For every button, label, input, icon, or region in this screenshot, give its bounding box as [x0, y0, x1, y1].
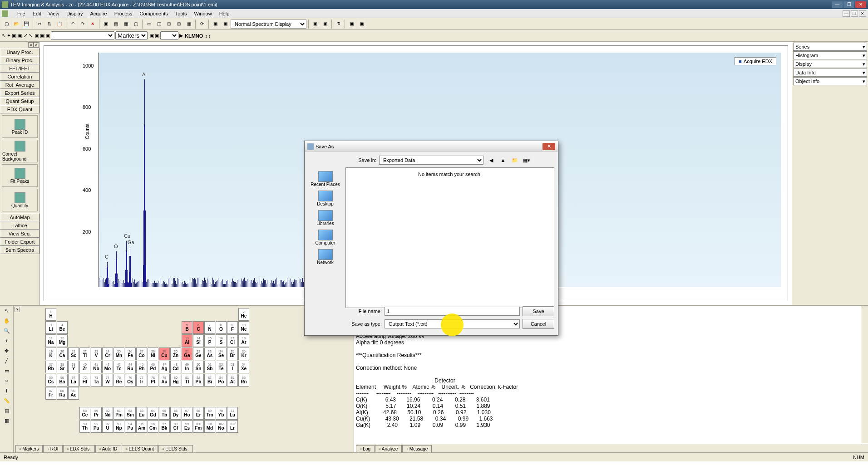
element-N[interactable]: 7N — [204, 321, 215, 334]
element-Cd[interactable]: 48Cd — [170, 361, 181, 373]
leftbtn-fft-ifft[interactable]: FFT/IFFT — [0, 64, 39, 73]
element-K[interactable]: 19K — [45, 348, 56, 360]
t2-c-icon[interactable]: ▣ — [12, 33, 16, 39]
menu-tools[interactable]: Tools — [172, 10, 191, 17]
element-Ar[interactable]: 18Ar — [238, 334, 249, 347]
rightdd-display[interactable]: Display — [793, 60, 867, 68]
t2-l-icon[interactable]: ▶ — [179, 33, 183, 39]
rightdd-object-info[interactable]: Object Info — [793, 77, 867, 85]
menu-help[interactable]: Help — [216, 10, 233, 17]
element-Ce[interactable]: 58Ce — [79, 407, 90, 420]
acquire-edx-button[interactable]: Acquire EDX — [735, 57, 776, 65]
element-Rh[interactable]: 45Rh — [136, 361, 147, 373]
element-Rn[interactable]: 86Rn — [238, 374, 249, 387]
element-Pd[interactable]: 46Pd — [148, 361, 158, 373]
element-Se[interactable]: 34Se — [216, 348, 227, 360]
t2-select1[interactable] — [51, 31, 114, 40]
element-F[interactable]: 9F — [227, 321, 238, 334]
layout1-icon[interactable]: ▭ — [144, 20, 153, 29]
element-Ag[interactable]: 47Ag — [159, 361, 170, 373]
lefticon-fit-peaks[interactable]: Fit Peaks — [2, 164, 38, 187]
leftbtn-folder-export[interactable]: Folder Export — [0, 238, 39, 246]
pointer-tool-icon[interactable]: ↖ — [2, 306, 12, 315]
element-Nb[interactable]: 41Nb — [91, 361, 102, 373]
element-S[interactable]: 16S — [216, 334, 227, 347]
element-Tb[interactable]: 65Tb — [159, 407, 170, 420]
element-Ra[interactable]: 88Ra — [57, 387, 68, 400]
t2-g-icon[interactable]: ▣ — [35, 33, 39, 39]
t2-h-icon[interactable]: ▣ — [40, 33, 44, 39]
element-V[interactable]: 23V — [91, 348, 102, 360]
menu-display[interactable]: Display — [63, 10, 86, 17]
tool-c-icon[interactable]: ⚗ — [334, 20, 343, 29]
element-Zr[interactable]: 40Zr — [79, 361, 90, 373]
element-Lu[interactable]: 71Lu — [227, 407, 238, 420]
t2-k-icon[interactable]: ▣ — [155, 33, 159, 39]
element-Pr[interactable]: 59Pr — [91, 407, 102, 420]
element-Bk[interactable]: 97Bk — [159, 420, 170, 433]
element-Cl[interactable]: 17Cl — [227, 334, 238, 347]
view2-icon[interactable]: ▤ — [111, 20, 120, 29]
new-icon[interactable]: ▢ — [2, 20, 11, 29]
element-Fm[interactable]: 100Fm — [193, 420, 204, 433]
element-Cr[interactable]: 24Cr — [102, 348, 113, 360]
delete-icon[interactable]: ✕ — [88, 20, 97, 29]
rtab-analyze[interactable]: ▫ Analyze — [375, 445, 402, 452]
letter-O-button[interactable]: O — [199, 33, 203, 39]
ptab-roi[interactable]: ▫ ROI — [43, 445, 62, 452]
letter-N-button[interactable]: N — [196, 33, 199, 39]
element-Nd[interactable]: 60Nd — [102, 407, 113, 420]
t2-n-icon[interactable]: ↕ — [208, 33, 211, 39]
element-Ac[interactable]: 89Ac — [68, 387, 79, 400]
element-As[interactable]: 33As — [204, 348, 215, 360]
element-Tm[interactable]: 69Tm — [204, 407, 215, 420]
menu-acquire[interactable]: Acquire — [86, 10, 110, 17]
element-Ta[interactable]: 73Ta — [91, 374, 102, 387]
view1-icon[interactable]: ▣ — [101, 20, 110, 29]
letter-L-button[interactable]: L — [188, 33, 192, 39]
place-network[interactable]: Network — [308, 249, 342, 265]
layout4-icon[interactable]: ⊞ — [174, 20, 183, 29]
element-Mo[interactable]: 42Mo — [102, 361, 113, 373]
element-Ca[interactable]: 20Ca — [57, 348, 68, 360]
redo-icon[interactable]: ↷ — [78, 20, 87, 29]
layout5-icon[interactable]: ▦ — [184, 20, 193, 29]
element-W[interactable]: 74W — [102, 374, 113, 387]
element-Re[interactable]: 75Re — [113, 374, 124, 387]
leftbtn-lattice[interactable]: Lattice — [0, 221, 39, 230]
hand-tool-icon[interactable]: ✋ — [2, 316, 12, 325]
rect-tool-icon[interactable]: ▭ — [2, 366, 12, 375]
element-Au[interactable]: 79Au — [159, 374, 170, 387]
rtab-message[interactable]: ▫ Message — [402, 445, 432, 452]
element-Po[interactable]: 84Po — [216, 374, 227, 387]
element-C[interactable]: 6C — [193, 321, 204, 334]
view3-icon[interactable]: ▦ — [121, 20, 130, 29]
zoom-tool-icon[interactable]: 🔍 — [2, 326, 12, 335]
element-Rb[interactable]: 37Rb — [45, 361, 56, 373]
tool-b-icon[interactable]: ▣ — [321, 20, 330, 29]
save-icon[interactable]: 💾 — [22, 20, 31, 29]
element-Sb[interactable]: 51Sb — [204, 361, 215, 373]
element-Sm[interactable]: 62Sm — [125, 407, 136, 420]
element-Br[interactable]: 35Br — [227, 348, 238, 360]
place-desktop[interactable]: Desktop — [308, 191, 342, 206]
db2-icon[interactable]: ▣ — [221, 20, 230, 29]
element-Np[interactable]: 93Np — [113, 420, 124, 433]
leftbtn-rot--average[interactable]: Rot. Average — [0, 81, 39, 89]
element-No[interactable]: 102No — [216, 420, 227, 433]
t2-e-icon[interactable]: ⤢ — [24, 33, 28, 39]
leftpanel-collapse-icon[interactable]: « — [28, 42, 34, 48]
t2-i-icon[interactable]: ▣ — [45, 33, 50, 39]
element-O[interactable]: 8O — [216, 321, 227, 334]
element-Dy[interactable]: 66Dy — [170, 407, 181, 420]
element-Ne[interactable]: 10Ne — [238, 321, 249, 334]
file-list[interactable]: No items match your search. — [345, 167, 554, 308]
menu-components[interactable]: Components — [136, 10, 171, 17]
cut-icon[interactable]: ✂ — [35, 20, 44, 29]
leftbtn-edx-quant[interactable]: EDX Quant — [0, 105, 39, 113]
rightdd-histogram[interactable]: Histogram — [793, 51, 867, 59]
leftbtn-binary-proc-[interactable]: Binary Proc. — [0, 56, 39, 64]
element-Ga[interactable]: 31Ga — [182, 348, 192, 360]
t2-b-icon[interactable]: ✦ — [7, 33, 11, 39]
element-Na[interactable]: 11Na — [45, 334, 56, 347]
